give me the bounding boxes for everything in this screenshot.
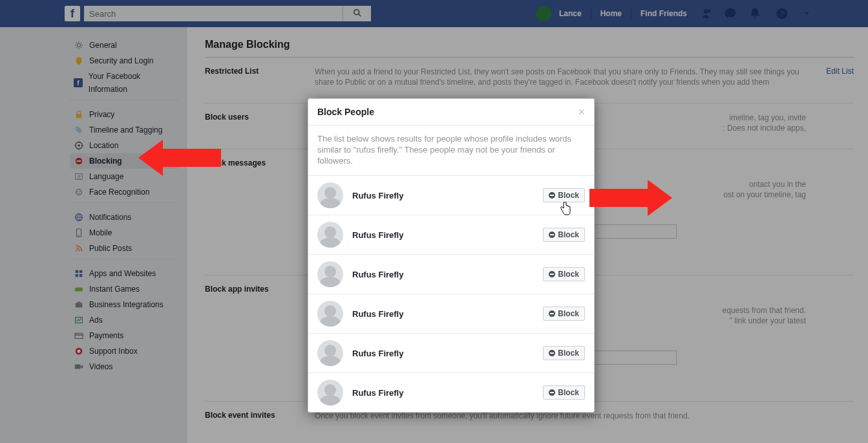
block-button[interactable]: Block [543, 307, 585, 321]
result-name: Rufus Firefly [352, 349, 403, 358]
block-button[interactable]: Block [543, 228, 585, 242]
result-name: Rufus Firefly [352, 309, 403, 319]
result-row: Rufus FireflyBlock [308, 333, 594, 373]
block-button-label: Block [558, 349, 579, 358]
result-name: Rufus Firefly [352, 230, 403, 240]
minus-icon [549, 192, 555, 199]
result-row: Rufus FireflyBlock [308, 215, 594, 254]
close-icon[interactable]: × [578, 107, 585, 116]
minus-icon [549, 232, 555, 238]
avatar [317, 261, 343, 287]
result-name: Rufus Firefly [352, 191, 403, 200]
result-name: Rufus Firefly [352, 270, 403, 279]
result-row: Rufus FireflyBlock [308, 254, 594, 294]
avatar [317, 301, 343, 327]
result-row: Rufus FireflyBlock [308, 175, 594, 215]
block-button-label: Block [558, 270, 579, 279]
avatar [317, 182, 343, 208]
modal-description: The list below shows results for people … [308, 125, 594, 175]
result-row: Rufus FireflyBlock [308, 373, 594, 412]
block-button[interactable]: Block [543, 188, 585, 202]
block-button[interactable]: Block [543, 385, 585, 400]
block-button-label: Block [558, 230, 579, 239]
block-button[interactable]: Block [543, 267, 585, 281]
modal-header: Block People × [308, 99, 594, 125]
block-button-label: Block [558, 191, 579, 200]
result-name: Rufus Firefly [352, 388, 403, 398]
avatar [317, 340, 343, 366]
minus-icon [549, 350, 555, 356]
block-button[interactable]: Block [543, 346, 585, 360]
avatar [317, 380, 343, 405]
result-row: Rufus FireflyBlock [308, 294, 594, 333]
minus-icon [549, 389, 555, 396]
block-people-modal: Block People × The list below shows resu… [308, 98, 595, 413]
minus-icon [549, 310, 555, 317]
block-button-label: Block [558, 309, 579, 318]
block-button-label: Block [558, 388, 579, 397]
result-list: Rufus FireflyBlockRufus FireflyBlockRufu… [308, 175, 594, 412]
avatar [317, 222, 343, 248]
minus-icon [549, 271, 555, 277]
modal-title: Block People [317, 107, 374, 117]
